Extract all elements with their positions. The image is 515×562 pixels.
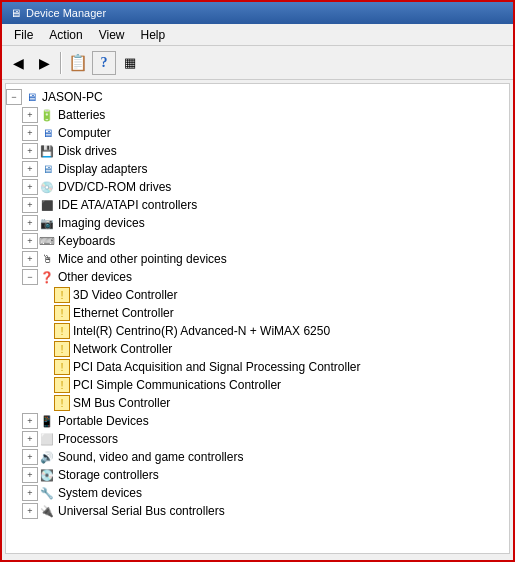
usb-expander[interactable]: + (22, 503, 38, 519)
computer-icon: 🖥 (39, 125, 55, 141)
ethernet-icon: ! (54, 305, 70, 321)
list-item[interactable]: + 📷 Imaging devices (6, 214, 509, 232)
imaging-label: Imaging devices (58, 216, 145, 230)
sound-expander[interactable]: + (22, 449, 38, 465)
sound-icon: 🔊 (39, 449, 55, 465)
keyboards-label: Keyboards (58, 234, 115, 248)
batteries-icon: 🔋 (39, 107, 55, 123)
help-icon: ? (101, 55, 108, 71)
root-icon: 🖥 (23, 89, 39, 105)
window-icon: 🖥 (8, 6, 22, 20)
intel-icon: ! (54, 323, 70, 339)
console-button[interactable]: ▦ (118, 51, 142, 75)
list-item[interactable]: + 🔌 Universal Serial Bus controllers (6, 502, 509, 520)
ethernet-label: Ethernet Controller (73, 306, 174, 320)
processors-icon: ⬜ (39, 431, 55, 447)
display-label: Display adapters (58, 162, 147, 176)
list-item[interactable]: ! Network Controller (6, 340, 509, 358)
device-tree-container[interactable]: − 🖥 JASON-PC + 🔋 Batteries + 🖥 Computer … (5, 83, 510, 554)
network-label: Network Controller (73, 342, 172, 356)
help-button[interactable]: ? (92, 51, 116, 75)
toolbar: ◀ ▶ 📋 ? ▦ (2, 46, 513, 80)
disk-label: Disk drives (58, 144, 117, 158)
list-item[interactable]: + 💾 Disk drives (6, 142, 509, 160)
list-item[interactable]: + ⬜ Processors (6, 430, 509, 448)
list-item[interactable]: + 🔋 Batteries (6, 106, 509, 124)
list-item[interactable]: ! SM Bus Controller (6, 394, 509, 412)
mice-label: Mice and other pointing devices (58, 252, 227, 266)
forward-icon: ▶ (39, 55, 50, 71)
display-expander[interactable]: + (22, 161, 38, 177)
storage-label: Storage controllers (58, 468, 159, 482)
properties-button[interactable]: 📋 (66, 51, 90, 75)
pcidata-icon: ! (54, 359, 70, 375)
forward-button[interactable]: ▶ (32, 51, 56, 75)
list-item[interactable]: + ⬛ IDE ATA/ATAPI controllers (6, 196, 509, 214)
pcisimple-label: PCI Simple Communications Controller (73, 378, 281, 392)
disk-icon: 💾 (39, 143, 55, 159)
system-expander[interactable]: + (22, 485, 38, 501)
device-tree: − 🖥 JASON-PC + 🔋 Batteries + 🖥 Computer … (6, 84, 509, 524)
list-item[interactable]: + 🔊 Sound, video and game controllers (6, 448, 509, 466)
back-button[interactable]: ◀ (6, 51, 30, 75)
menu-view[interactable]: View (91, 26, 133, 44)
list-item[interactable]: + 💿 DVD/CD-ROM drives (6, 178, 509, 196)
processors-label: Processors (58, 432, 118, 446)
portable-expander[interactable]: + (22, 413, 38, 429)
dvd-icon: 💿 (39, 179, 55, 195)
sound-label: Sound, video and game controllers (58, 450, 243, 464)
keyboards-icon: ⌨ (39, 233, 55, 249)
ide-expander[interactable]: + (22, 197, 38, 213)
batteries-label: Batteries (58, 108, 105, 122)
list-item[interactable]: + 🖱 Mice and other pointing devices (6, 250, 509, 268)
system-icon: 🔧 (39, 485, 55, 501)
computer-label: Computer (58, 126, 111, 140)
dvd-label: DVD/CD-ROM drives (58, 180, 171, 194)
console-icon: ▦ (124, 55, 136, 70)
system-label: System devices (58, 486, 142, 500)
root-expander[interactable]: − (6, 89, 22, 105)
menu-file[interactable]: File (6, 26, 41, 44)
list-item[interactable]: ! PCI Data Acquisition and Signal Proces… (6, 358, 509, 376)
list-item[interactable]: + 💽 Storage controllers (6, 466, 509, 484)
portable-icon: 📱 (39, 413, 55, 429)
list-item[interactable]: ! 3D Video Controller (6, 286, 509, 304)
list-item[interactable]: ! Ethernet Controller (6, 304, 509, 322)
menu-action[interactable]: Action (41, 26, 90, 44)
batteries-expander[interactable]: + (22, 107, 38, 123)
window-title: Device Manager (26, 7, 106, 19)
portable-label: Portable Devices (58, 414, 149, 428)
menu-help[interactable]: Help (133, 26, 174, 44)
imaging-icon: 📷 (39, 215, 55, 231)
list-item[interactable]: − ❓ Other devices (6, 268, 509, 286)
properties-icon: 📋 (68, 53, 88, 72)
root-label: JASON-PC (42, 90, 103, 104)
ide-label: IDE ATA/ATAPI controllers (58, 198, 197, 212)
list-item[interactable]: + 🔧 System devices (6, 484, 509, 502)
storage-icon: 💽 (39, 467, 55, 483)
title-bar: 🖥 Device Manager (2, 2, 513, 24)
dvd-expander[interactable]: + (22, 179, 38, 195)
storage-expander[interactable]: + (22, 467, 38, 483)
imaging-expander[interactable]: + (22, 215, 38, 231)
processors-expander[interactable]: + (22, 431, 38, 447)
3dvideo-icon: ! (54, 287, 70, 303)
smbus-label: SM Bus Controller (73, 396, 170, 410)
mice-expander[interactable]: + (22, 251, 38, 267)
list-item[interactable]: ! Intel(R) Centrino(R) Advanced-N + WiMA… (6, 322, 509, 340)
other-expander[interactable]: − (22, 269, 38, 285)
tree-root[interactable]: − 🖥 JASON-PC (6, 88, 509, 106)
list-item[interactable]: + 🖥 Computer (6, 124, 509, 142)
list-item[interactable]: ! PCI Simple Communications Controller (6, 376, 509, 394)
list-item[interactable]: + 📱 Portable Devices (6, 412, 509, 430)
pcisimple-icon: ! (54, 377, 70, 393)
list-item[interactable]: + 🖥 Display adapters (6, 160, 509, 178)
disk-expander[interactable]: + (22, 143, 38, 159)
computer-expander[interactable]: + (22, 125, 38, 141)
other-icon: ❓ (39, 269, 55, 285)
ide-icon: ⬛ (39, 197, 55, 213)
back-icon: ◀ (13, 55, 24, 71)
pcidata-label: PCI Data Acquisition and Signal Processi… (73, 360, 360, 374)
list-item[interactable]: + ⌨ Keyboards (6, 232, 509, 250)
keyboards-expander[interactable]: + (22, 233, 38, 249)
